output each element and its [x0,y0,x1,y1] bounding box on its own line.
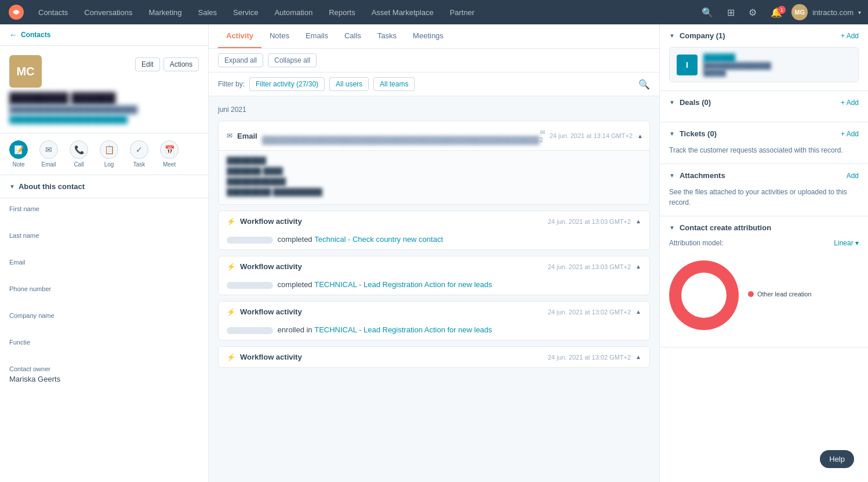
contact-email-link[interactable]: ████████████████████████ [9,115,128,124]
nav-item-sales[interactable]: Sales [190,0,226,24]
tab-tasks[interactable]: Tasks [369,24,405,48]
accordion-body-deals [660,114,868,122]
all-users-button[interactable]: All users [329,77,369,91]
notifications-icon-btn[interactable]: 🔔 1 [766,5,787,20]
activity-left-workflow-3: ⚡Workflow activity [227,307,302,316]
accordion-add-btn-company[interactable]: + Add [841,32,859,40]
field-input-last-name[interactable] [9,240,199,252]
field-input-email[interactable] [9,267,199,278]
expand-all-button[interactable]: Expand all [218,53,263,67]
workflow-user-pill-workflow-1 [227,237,273,244]
workflow-link-workflow-3[interactable]: TECHNICAL - Lead Registration Action for… [314,325,492,334]
company-card-name[interactable]: ██████ [703,53,771,62]
activity-timestamp-workflow-1: 24 jun. 2021 at 13:03 GMT+2 [548,218,631,225]
collapse-all-button[interactable]: Collapse all [268,53,317,67]
activity-expand-btn-workflow-3[interactable]: ▲ [635,309,641,315]
action-item-note[interactable]: 📝Note [9,140,28,168]
nav-item-conversations[interactable]: Conversations [76,0,140,24]
activity-card-workflow-2: ⚡Workflow activity24 jun. 2021 at 13:03 … [218,256,650,295]
nav-item-asset-marketplace[interactable]: Asset Marketplace [364,0,442,24]
actions-dropdown-button[interactable]: Actions [164,57,199,71]
company-info: ██████████████████████████ [703,53,771,76]
accordion-header-attribution[interactable]: ▼Contact create attribution [660,216,868,239]
accordion-header-tickets[interactable]: ▼Tickets (0)+ Add [660,122,868,145]
settings-icon-btn[interactable]: ⚙ [744,5,761,20]
nav-item-partner[interactable]: Partner [442,0,483,24]
activity-tab-nav: ActivityNotesEmailsCallsTasksMeetings [209,24,659,49]
activity-type-label-workflow-3: Workflow activity [240,307,302,316]
nav-item-contacts[interactable]: Contacts [30,0,76,24]
nav-item-marketing[interactable]: Marketing [140,0,190,24]
activity-header-workflow-4[interactable]: ⚡Workflow activity24 jun. 2021 at 13:02 … [219,347,649,367]
contacts-breadcrumb-label[interactable]: Contacts [21,31,50,39]
activity-expand-btn-workflow-2[interactable]: ▲ [635,263,641,270]
action-item-email[interactable]: ✉Email [39,140,58,168]
accordion-section-attribution: ▼Contact create attributionAttribution m… [660,216,868,347]
about-caret-icon: ▼ [9,183,15,190]
company-name[interactable]: intracto.com [812,8,854,17]
activity-expand-btn-workflow-1[interactable]: ▲ [635,218,641,224]
attribution-model-row: Attribution model:Linear ▾ [669,239,859,247]
legend-label-other-lead-creation: Other lead creation [757,291,812,298]
field-input-phone-number[interactable] [9,293,199,305]
field-input-contact-owner[interactable] [9,374,199,385]
activity-header-workflow-1[interactable]: ⚡Workflow activity24 jun. 2021 at 13:03 … [219,211,649,231]
accordion-header-company[interactable]: ▼Company (1)+ Add [660,24,868,47]
activity-left-workflow-1: ⚡Workflow activity [227,217,302,226]
search-icon-btn[interactable]: 🔍 [697,5,718,20]
email-line-line2: ███████ ████ [227,167,641,175]
tab-meetings[interactable]: Meetings [405,24,452,48]
activity-expand-btn-workflow-4[interactable]: ▲ [635,354,641,360]
tab-calls[interactable]: Calls [336,24,369,48]
action-item-task[interactable]: ✓Task [130,140,148,168]
nav-item-reports[interactable]: Reports [321,0,364,24]
action-item-call[interactable]: 📞Call [70,140,88,168]
logo[interactable] [7,3,26,21]
edit-contact-button[interactable]: Edit [135,57,160,71]
activity-header-workflow-2[interactable]: ⚡Workflow activity24 jun. 2021 at 13:03 … [219,256,649,277]
accordion-add-btn-attachments[interactable]: Add [847,172,859,180]
activity-expand-btn-email-1[interactable]: ▲ [637,133,643,139]
workflow-link-workflow-2[interactable]: TECHNICAL - Lead Registration Action for… [314,280,492,289]
search-activity-button[interactable]: 🔍 [638,79,650,90]
accordion-header-deals[interactable]: ▼Deals (0)+ Add [660,91,868,114]
activity-feed: juni 2021 ✉Email- ██████████████████████… [209,96,659,482]
left-panel: ← Contacts MC Edit Actions ████████ ████… [0,24,209,482]
right-panel: ▼Company (1)+ AddI██████████████████████… [659,24,868,482]
call-label: Call [74,161,83,168]
workflow-link-workflow-1[interactable]: Technical - Check country new contact [314,235,443,244]
field-input-first-name[interactable] [9,213,199,225]
nav-right: 🔍 ⊞ ⚙ 🔔 1 MG intracto.com ▾ [697,4,861,20]
legend-item-other-lead-creation: Other lead creation [748,291,812,298]
workflow-user-pill-workflow-3 [227,327,273,334]
field-input-functie[interactable] [9,347,199,358]
accordion-add-btn-tickets[interactable]: + Add [841,130,859,138]
contact-name: ████████ ██████ [9,92,199,104]
nav-item-automation[interactable]: Automation [266,0,321,24]
field-input-company-name[interactable] [9,320,199,332]
activity-type-icon-workflow-1: ⚡ [227,218,235,226]
activity-header-workflow-3[interactable]: ⚡Workflow activity24 jun. 2021 at 13:02 … [219,302,649,322]
note-icon: 📝 [9,140,28,159]
filter-activity-button[interactable]: Filter activity (27/30) [249,77,325,91]
help-button[interactable]: Help [820,450,854,468]
nav-item-service[interactable]: Service [225,0,266,24]
tab-activity[interactable]: Activity [218,24,262,48]
avatar[interactable]: MG [791,4,808,20]
activity-timestamp-email-1: 24 jun. 2021 at 13:14 GMT+2 [550,132,633,139]
company-logo: I [677,55,698,75]
attribution-model-button[interactable]: Linear ▾ [834,239,859,247]
accordion-header-attachments[interactable]: ▼AttachmentsAdd [660,164,868,187]
action-item-log[interactable]: 📋Log [100,140,118,168]
activity-header-email-1[interactable]: ✉Email- ████████████████████████████████… [219,121,649,150]
email-line-line4: █████████ ██████████ [227,188,641,196]
accordion-caret-icon-deals: ▼ [669,99,675,106]
all-teams-button[interactable]: All teams [373,77,415,91]
marketplace-icon-btn[interactable]: ⊞ [722,5,739,20]
accordion-title-attachments: Attachments [680,171,725,180]
tab-emails[interactable]: Emails [297,24,336,48]
tab-notes[interactable]: Notes [262,24,297,48]
about-header[interactable]: ▼ About this contact [0,175,208,198]
action-item-meet[interactable]: 📅Meet [160,140,179,168]
accordion-add-btn-deals[interactable]: + Add [841,99,859,107]
